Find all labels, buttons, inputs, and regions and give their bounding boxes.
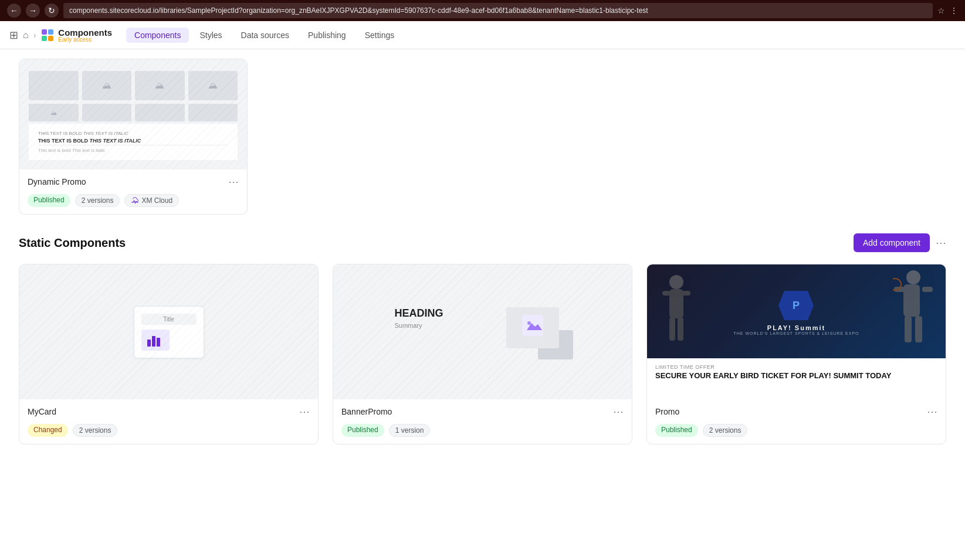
promo-preview: P PLAY! Summit THE WORLD'S LARGEST SPORT… (647, 264, 946, 399)
dynamic-promo-wrapper: ⛰ ⛰ ⛰ ⛰ THIS TEXT (19, 59, 248, 215)
published-tag: Published (655, 424, 698, 437)
svg-rect-10 (669, 289, 683, 318)
banner-img-main (506, 307, 559, 348)
play-summit-sub: THE WORLD'S LARGEST SPORTS & LEISURE EXP… (733, 331, 859, 335)
tab-publishing[interactable]: Publishing (300, 28, 354, 43)
dynamic-promo-preview: ⛰ ⛰ ⛰ ⛰ THIS TEXT (19, 59, 247, 169)
published-tag: Published (28, 194, 70, 207)
tab-components[interactable]: Components (126, 28, 189, 43)
mountain-image-icon (522, 315, 543, 336)
svg-point-9 (669, 275, 683, 289)
refresh-button[interactable]: ↻ (45, 4, 59, 18)
banner-promo-card-body: BannerPromo ⋯ (333, 399, 632, 424)
dynamic-promo-tags: Published 2 versions XM Cloud (19, 194, 247, 214)
published-tag: Published (341, 424, 384, 437)
app-header: ⊞ ⌂ › Components Early access Components… (0, 21, 965, 49)
play-logo-svg: P (778, 288, 814, 323)
athlete-silhouette (659, 273, 694, 349)
svg-point-8 (527, 321, 531, 325)
svg-rect-12 (682, 291, 690, 296)
svg-rect-19 (894, 287, 905, 292)
promo-limited-label: LIMITED TIME OFFER (655, 364, 937, 370)
banner-promo-card: HEADING Summary (333, 264, 632, 444)
promo-headline: SECURE YOUR EARLY BIRD TICKET FOR PLAY! … (655, 371, 937, 381)
svg-text:P: P (793, 300, 800, 311)
xm-cloud-tag: XM Cloud (124, 194, 179, 207)
play-summit-text: PLAY! Summit (767, 324, 825, 331)
promo-bg-image: P PLAY! Summit THE WORLD'S LARGEST SPORT… (647, 264, 946, 358)
changed-tag: Changed (28, 424, 68, 437)
svg-rect-14 (678, 317, 683, 341)
promo-card-title: Promo (655, 407, 679, 416)
section-title: Static Components (19, 236, 126, 250)
banner-image-col (506, 307, 571, 357)
page-content: ⛰ ⛰ ⛰ ⛰ THIS TEXT (0, 49, 965, 560)
tab-data-sources[interactable]: Data sources (233, 28, 297, 43)
address-bar[interactable] (63, 3, 933, 18)
dynamic-promo-more-button[interactable]: ⋯ (228, 177, 239, 187)
back-button[interactable]: ← (7, 4, 21, 18)
versions-tag: 2 versions (73, 424, 118, 437)
image-placeholder-icon (522, 315, 543, 340)
components-logo-icon (40, 28, 55, 42)
xm-cloud-icon (131, 196, 139, 205)
dynamic-promo-card-body: Dynamic Promo ⋯ (19, 169, 247, 194)
breadcrumb-separator: › (33, 30, 36, 40)
svg-rect-1 (48, 29, 53, 35)
svg-rect-18 (903, 284, 920, 317)
promo-card-tags: Published 2 versions (647, 424, 946, 444)
svg-rect-21 (922, 287, 933, 292)
main-nav: Components Styles Data sources Publishin… (126, 28, 402, 43)
promo-more-button[interactable]: ⋯ (927, 406, 937, 417)
svg-point-17 (906, 270, 920, 284)
promo-card-body: Promo ⋯ (647, 399, 946, 424)
dynamic-promo-title: Dynamic Promo (28, 177, 86, 186)
bookmark-icon[interactable]: ☆ (937, 6, 945, 15)
my-card-body: MyCard ⋯ (19, 399, 318, 424)
my-card-tags: Changed 2 versions (19, 424, 318, 444)
versions-tag: 2 versions (703, 424, 748, 437)
home-button[interactable]: ⌂ (23, 30, 29, 40)
versions-tag: 2 versions (75, 194, 120, 207)
grid-menu-button[interactable]: ⊞ (9, 29, 18, 42)
forward-button[interactable]: → (26, 4, 40, 18)
tab-styles[interactable]: Styles (191, 28, 230, 43)
my-card-card: Title MyCard ⋯ Changed 2 versions (19, 264, 319, 444)
my-card-title: MyCard (28, 407, 56, 416)
menu-icon[interactable]: ⋮ (950, 6, 958, 15)
versions-tag: 1 version (389, 424, 431, 437)
cards-grid: Title MyCard ⋯ Changed 2 versions (19, 264, 946, 444)
early-access-badge: Early access (58, 36, 112, 43)
female-athlete-figure (659, 264, 694, 358)
add-component-button[interactable]: Add component (854, 233, 930, 252)
svg-rect-22 (905, 316, 912, 342)
browser-chrome: ← → ↻ ☆ ⋮ (0, 0, 965, 21)
svg-rect-11 (662, 291, 671, 296)
svg-rect-13 (669, 317, 675, 341)
svg-rect-0 (42, 29, 47, 35)
play-summit-logo: P PLAY! Summit THE WORLD'S LARGEST SPORT… (733, 288, 859, 335)
banner-promo-tags: Published 1 version (333, 424, 632, 444)
app-logo: Components Early access (40, 28, 112, 43)
banner-promo-preview: HEADING Summary (333, 264, 632, 399)
dynamic-promo-card: ⛰ ⛰ ⛰ ⛰ THIS TEXT (19, 59, 248, 215)
browser-actions: ☆ ⋮ (937, 6, 958, 15)
svg-rect-23 (915, 316, 922, 342)
tab-settings[interactable]: Settings (357, 28, 403, 43)
banner-promo-title: BannerPromo (341, 407, 392, 416)
basketball-player-figure (893, 264, 934, 358)
promo-content: LIMITED TIME OFFER SECURE YOUR EARLY BIR… (647, 358, 946, 387)
promo-card: P PLAY! Summit THE WORLD'S LARGEST SPORT… (646, 264, 946, 444)
svg-rect-2 (42, 36, 47, 41)
banner-promo-more-button[interactable]: ⋯ (613, 406, 624, 417)
static-components-section-header: Static Components Add component ⋯ (19, 233, 946, 252)
my-card-preview: Title (19, 264, 318, 399)
section-actions: Add component ⋯ (854, 233, 946, 252)
section-more-button[interactable]: ⋯ (936, 236, 946, 249)
player-silhouette (893, 270, 934, 352)
my-card-more-button[interactable]: ⋯ (299, 406, 310, 417)
svg-rect-3 (48, 36, 53, 41)
